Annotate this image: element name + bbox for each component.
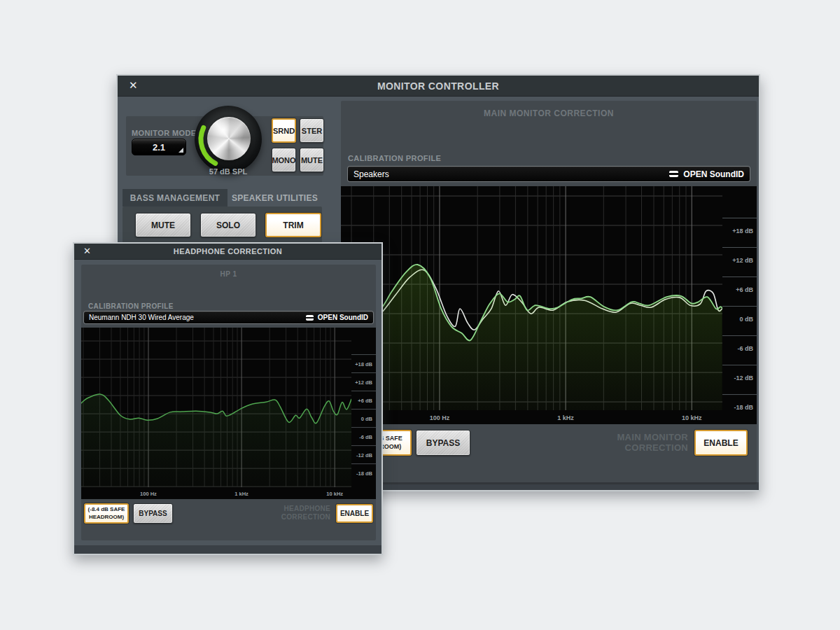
- svg-text:1 kHz: 1 kHz: [234, 491, 248, 497]
- svg-text:100 Hz: 100 Hz: [430, 414, 450, 421]
- tab-bass-management[interactable]: BASS MANAGEMENT: [122, 189, 227, 206]
- hp-bypass-button[interactable]: BYPASS: [133, 503, 173, 524]
- svg-text:-18 dB: -18 dB: [356, 470, 373, 477]
- monitor-window-titlebar: ✕ MONITOR CONTROLLER: [118, 76, 759, 97]
- headphone-profile-select[interactable]: Neumann NDH 30 Wired Average OPEN SoundI…: [84, 312, 373, 323]
- monitor-mode-select[interactable]: 2.1: [132, 139, 186, 155]
- open-soundid-button[interactable]: OPEN SoundID: [306, 314, 368, 321]
- safe-headroom-line2: HEADROOM): [89, 514, 124, 520]
- headphone-profile-value: Neumann NDH 30 Wired Average: [89, 314, 306, 321]
- svg-text:-12 dB: -12 dB: [734, 374, 753, 382]
- footer-label-line1: HEADPHONE: [284, 505, 330, 512]
- mono-button[interactable]: MONO: [272, 148, 296, 172]
- safe-headroom-line1: (-8.4 dB SAFE: [88, 506, 125, 512]
- svg-text:+12 dB: +12 dB: [355, 379, 372, 386]
- svg-text:-6 dB: -6 dB: [359, 434, 372, 440]
- footer-label-line2: CORRECTION: [625, 442, 688, 453]
- window-title: MONITOR CONTROLLER: [118, 80, 759, 92]
- monitor-mode-value: 2.1: [153, 142, 165, 153]
- svg-text:10 kHz: 10 kHz: [326, 491, 343, 497]
- hp-correction-footer-label: HEADPHONE CORRECTION: [200, 505, 330, 521]
- utility-mute-button[interactable]: MUTE: [135, 213, 191, 237]
- hp-enable-button[interactable]: ENABLE: [336, 504, 373, 523]
- window-title: HEADPHONE CORRECTION: [74, 247, 382, 255]
- headphone-window-titlebar: ✕ HEADPHONE CORRECTION: [74, 244, 382, 260]
- svg-text:-6 dB: -6 dB: [738, 345, 754, 352]
- svg-text:0 dB: 0 dB: [361, 416, 373, 422]
- main-enable-button[interactable]: ENABLE: [694, 430, 748, 456]
- svg-text:10 kHz: 10 kHz: [682, 414, 702, 421]
- svg-text:1 kHz: 1 kHz: [557, 414, 574, 421]
- calibration-profile-label: CALIBRATION PROFILE: [88, 302, 174, 310]
- svg-text:+6 dB: +6 dB: [358, 398, 372, 404]
- open-soundid-button[interactable]: OPEN SoundID: [669, 169, 744, 179]
- dropdown-corner-icon: [178, 148, 183, 153]
- footer-label-line1: MAIN MONITOR: [617, 432, 688, 442]
- svg-text:-12 dB: -12 dB: [356, 452, 373, 458]
- knob-spl-caption: 57 dB SPL: [195, 167, 262, 176]
- window-bottom-bezel: [74, 545, 382, 554]
- open-soundid-label: OPEN SoundID: [318, 314, 368, 321]
- footer-label-line2: CORRECTION: [281, 513, 330, 521]
- svg-text:-18 dB: -18 dB: [734, 404, 753, 411]
- open-soundid-icon: [669, 171, 678, 177]
- headphone-response-graph: +18 dB+12 dB+6 dB0 dB-6 dB-12 dB-18 dB10…: [81, 328, 376, 499]
- svg-text:+18 dB: +18 dB: [355, 361, 372, 368]
- utility-solo-button[interactable]: SOLO: [200, 213, 256, 237]
- main-response-graph: +18 dB+12 dB+6 dB0 dB-6 dB-12 dB-18 dB10…: [341, 186, 757, 424]
- tab-speaker-utilities[interactable]: SPEAKER UTILITIES: [227, 189, 322, 206]
- svg-text:+18 dB: +18 dB: [732, 227, 753, 234]
- srnd-button[interactable]: SRND: [272, 118, 296, 143]
- calibration-profile-value: Speakers: [354, 169, 669, 179]
- mute-mode-button[interactable]: MUTE: [300, 148, 324, 172]
- calibration-profile-select[interactable]: Speakers OPEN SoundID: [348, 167, 750, 181]
- hp-output-label: HP 1: [81, 270, 376, 278]
- volume-knob[interactable]: [195, 106, 262, 173]
- open-soundid-label: OPEN SoundID: [683, 169, 744, 179]
- main-correction-header: MAIN MONITOR CORRECTION: [341, 108, 757, 118]
- svg-text:+12 dB: +12 dB: [732, 257, 753, 264]
- svg-text:100 Hz: 100 Hz: [140, 491, 157, 497]
- hp-safe-headroom-button[interactable]: (-8.4 dB SAFE HEADROOM): [84, 503, 129, 524]
- ster-button[interactable]: STER: [300, 118, 324, 143]
- headphone-correction-window: ✕ HEADPHONE CORRECTION HP 1 CALIBRATION …: [73, 242, 383, 555]
- main-correction-footer-label: MAIN MONITOR CORRECTION: [538, 433, 688, 454]
- calibration-profile-label: CALIBRATION PROFILE: [348, 154, 441, 162]
- svg-text:0 dB: 0 dB: [739, 316, 753, 323]
- utility-trim-button[interactable]: TRIM: [265, 213, 321, 237]
- open-soundid-icon: [306, 315, 314, 321]
- knob-cap: [207, 117, 251, 160]
- main-bypass-button[interactable]: BYPASS: [416, 430, 470, 456]
- monitor-mode-label: MONITOR MODE: [132, 129, 197, 137]
- svg-text:+6 dB: +6 dB: [736, 286, 753, 293]
